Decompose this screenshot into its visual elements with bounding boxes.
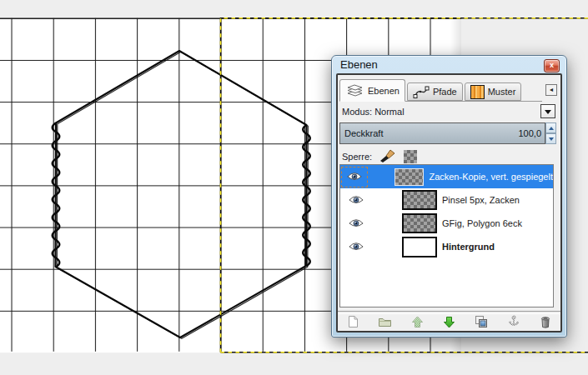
new-group-icon bbox=[378, 316, 392, 328]
layer-list: Zacken-Kopie, vert. gespiegelt Pinsel 5p… bbox=[339, 164, 554, 308]
lower-layer-button[interactable] bbox=[442, 314, 457, 329]
layer-row-gfig[interactable]: GFig, Polygon 6eck bbox=[340, 212, 553, 235]
raise-layer-icon bbox=[411, 316, 424, 328]
eye-icon bbox=[347, 172, 362, 182]
anchor-layer-button[interactable] bbox=[506, 314, 521, 329]
eye-icon bbox=[349, 195, 364, 205]
eye-icon bbox=[349, 218, 364, 228]
opacity-label: Deckkraft bbox=[344, 128, 383, 138]
dock-tabstrip: Ebenen Pfade Muster bbox=[339, 78, 542, 102]
new-group-button[interactable] bbox=[378, 314, 393, 329]
lower-layer-icon bbox=[443, 316, 455, 328]
layer-thumbnail[interactable] bbox=[395, 168, 424, 186]
tab-label: Ebenen bbox=[368, 86, 400, 96]
lock-label: Sperre: bbox=[342, 152, 372, 162]
eye-cell[interactable] bbox=[340, 242, 372, 252]
mode-row: Modus: Normal bbox=[341, 105, 557, 120]
tab-label: Pfade bbox=[433, 87, 457, 97]
layers-icon bbox=[345, 84, 364, 97]
anchor-layer-icon bbox=[507, 315, 520, 328]
paths-icon bbox=[413, 85, 430, 98]
tab-menu-button[interactable]: ◂ bbox=[545, 84, 557, 96]
lock-paint-brush-icon[interactable] bbox=[379, 149, 396, 164]
patterns-icon bbox=[470, 85, 485, 99]
tab-label: Muster bbox=[488, 87, 516, 97]
layers-dialog: Ebenen x Ebenen bbox=[331, 55, 567, 338]
delete-layer-button[interactable] bbox=[538, 314, 553, 329]
layer-thumbnail[interactable] bbox=[402, 213, 437, 233]
tab-pfade[interactable]: Pfade bbox=[407, 82, 463, 101]
layer-name: Pinsel 5px, Zacken bbox=[442, 195, 520, 205]
spin-down-button[interactable] bbox=[545, 133, 556, 144]
spin-up-button[interactable] bbox=[545, 122, 556, 133]
raise-layer-button[interactable] bbox=[410, 314, 425, 329]
tab-muster[interactable]: Muster bbox=[465, 82, 522, 101]
dialog-title: Ebenen bbox=[340, 58, 378, 71]
eye-cell[interactable] bbox=[340, 167, 368, 188]
dialog-content: Ebenen Pfade Muster ◂ Modus: Normal bbox=[336, 73, 562, 332]
mode-label: Modus: Normal bbox=[342, 107, 405, 117]
opacity-spinner bbox=[545, 122, 556, 144]
duplicate-layer-button[interactable] bbox=[474, 314, 489, 329]
chevron-down-icon bbox=[545, 110, 551, 114]
layer-row-hintergrund[interactable]: Hintergrund bbox=[340, 235, 553, 258]
layer-name: GFig, Polygon 6eck bbox=[442, 218, 522, 228]
new-layer-icon bbox=[347, 315, 359, 328]
opacity-slider[interactable]: Deckkraft 100,0 bbox=[339, 122, 545, 144]
layer-row-pinsel[interactable]: Pinsel 5px, Zacken bbox=[340, 188, 553, 212]
eye-icon bbox=[349, 242, 364, 252]
tab-ebenen[interactable]: Ebenen bbox=[339, 79, 405, 102]
opacity-value: 100,0 bbox=[518, 128, 541, 138]
spin-up-icon bbox=[549, 127, 554, 130]
layers-toolbar bbox=[345, 314, 553, 329]
layer-thumbnail[interactable] bbox=[402, 237, 437, 258]
layer-thumbnail[interactable] bbox=[402, 190, 437, 210]
eye-cell[interactable] bbox=[340, 218, 372, 228]
focus-box bbox=[341, 167, 368, 188]
eye-cell[interactable] bbox=[340, 195, 372, 205]
new-layer-button[interactable] bbox=[345, 314, 360, 329]
spin-down-icon bbox=[549, 138, 554, 141]
lock-alpha-icon[interactable] bbox=[404, 150, 417, 163]
delete-layer-icon bbox=[540, 315, 551, 328]
lock-row: Sperre: bbox=[342, 149, 417, 164]
layer-name: Hintergrund bbox=[442, 242, 495, 252]
mode-dropdown-button[interactable] bbox=[540, 104, 555, 118]
layer-name: Zacken-Kopie, vert. gespiegelt bbox=[429, 172, 553, 182]
layer-row-zacken-kopie[interactable]: Zacken-Kopie, vert. gespiegelt bbox=[340, 165, 553, 188]
close-button[interactable]: x bbox=[544, 59, 560, 72]
duplicate-layer-icon bbox=[475, 315, 488, 328]
dialog-titlebar[interactable]: Ebenen x bbox=[333, 57, 565, 73]
